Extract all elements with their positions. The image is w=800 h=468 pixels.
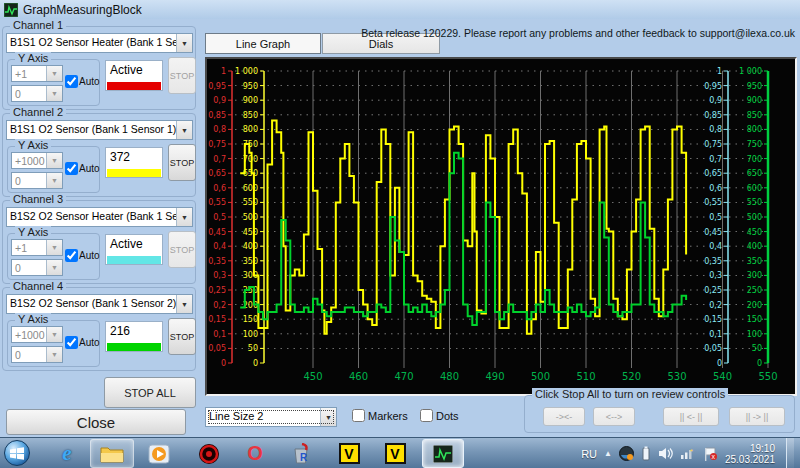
start-button[interactable] [4,440,30,466]
channel-2-ymin-select[interactable]: 0▼ [11,172,63,189]
review-step-back-button[interactable]: || <- || [663,407,719,426]
vcds-icon: V [339,443,360,464]
svg-text:R: R [300,452,308,463]
channel-1-ymax-select[interactable]: +1▼ [11,65,63,82]
line-graph-panel[interactable]: 45046047048049050051052053054055000,050,… [205,57,797,396]
channel-3-ymin-select[interactable]: 0▼ [11,259,63,276]
svg-text:x: x [712,453,716,460]
chevron-down-icon: ▼ [176,121,192,139]
svg-text:900: 900 [243,96,258,105]
svg-text:0,85: 0,85 [704,111,722,120]
review-expand-button[interactable]: <--> [593,407,635,426]
tab-line-graph[interactable]: Line Graph [205,33,321,54]
dots-checkbox[interactable]: Dots [420,409,459,422]
svg-text:900: 900 [747,96,762,105]
channel-3-sensor-select[interactable]: B1S2 O2 Sensor Heater (Bank 1 Sensor 2)▼ [6,207,193,227]
svg-text:1: 1 [221,67,226,76]
channel-4-ymax-select[interactable]: +1000▼ [11,326,63,343]
chevron-down-icon: ▼ [176,295,192,313]
action-center-flag-icon[interactable]: x [703,447,718,461]
svg-text:0: 0 [757,359,762,368]
svg-text:850: 850 [243,111,258,120]
red-ring-icon [198,443,220,465]
chevron-down-icon: ▼ [46,240,62,255]
taskbar-graph-app-active[interactable] [422,439,464,468]
svg-text:400: 400 [243,242,258,251]
svg-text:0,65: 0,65 [208,169,226,178]
channel-4-auto[interactable]: Auto [65,336,100,349]
clock-date: 25.03.2021 [725,454,775,465]
channel-2-ymax-select[interactable]: +1000▼ [11,152,63,169]
svg-text:1 000: 1 000 [235,67,258,76]
tray-expand-icon[interactable]: ▲ [604,449,612,458]
chevron-down-icon: ▼ [46,66,62,81]
show-desktop-button[interactable] [786,438,794,468]
channel-4-ymin-select[interactable]: 0▼ [11,346,63,363]
review-collapse-button[interactable]: -><- [543,407,585,426]
markers-checkbox[interactable]: Markers [352,409,408,422]
taskbar-media-player[interactable] [140,439,178,468]
close-button[interactable]: Close [6,409,186,435]
channel-4-color-strip [107,343,161,351]
svg-text:0,4: 0,4 [709,242,722,251]
folder-icon [100,444,124,463]
channel-1-auto[interactable]: Auto [65,75,100,88]
channel-2-stop-button[interactable]: STOP [168,144,196,181]
taskbar-r-app[interactable]: R [282,439,320,468]
taskbar-windows-explorer[interactable] [90,439,134,468]
network-icon[interactable]: * [680,447,696,460]
svg-text:950: 950 [747,82,762,91]
svg-text:0,3: 0,3 [709,271,722,280]
media-player-icon [148,443,170,465]
channel-4-auto-checkbox[interactable] [65,336,78,349]
channel-2-group: Channel 2 B1S1 O2 Sensor (Bank 1 Sensor … [2,113,196,197]
stop-all-button[interactable]: STOP ALL [104,377,196,408]
taskbar-clock[interactable]: 19:10 25.03.2021 [725,443,775,465]
channel-4-group: Channel 4 B1S2 O2 Sensor (Bank 1 Sensor … [2,287,196,371]
svg-text:250: 250 [747,286,762,295]
svg-text:550: 550 [243,198,258,207]
svg-text:0,9: 0,9 [213,96,226,105]
title-bar: GraphMeasuringBlock [0,0,800,19]
line-graph-chart: 45046047048049050051052053054055000,050,… [207,59,795,394]
svg-text:850: 850 [747,111,762,120]
taskbar-red-app[interactable] [190,439,228,468]
channel-2-auto-checkbox[interactable] [65,162,78,175]
taskbar-vcds-2[interactable]: V [376,439,414,468]
taskbar-vcds-1[interactable]: V [330,439,368,468]
channel-1-ymin-select[interactable]: 0▼ [11,85,63,102]
volume-icon[interactable] [658,447,673,460]
channel-3-ymax-select[interactable]: +1▼ [11,239,63,256]
channel-3-auto[interactable]: Auto [65,249,100,262]
review-controls-group: Click Stop All to turn on review control… [524,395,795,433]
tray-app-icon[interactable] [619,446,634,461]
language-indicator[interactable]: RU [581,448,597,460]
review-step-forward-button[interactable]: || -> || [729,407,785,426]
channel-3-auto-checkbox[interactable] [65,249,78,262]
svg-text:*: * [690,447,693,456]
line-size-select[interactable]: Line Size 2▼ [205,407,337,427]
channel-2-sensor-select[interactable]: B1S1 O2 Sensor (Bank 1 Sensor 1) mV▼ [6,120,193,140]
svg-text:0,25: 0,25 [208,286,226,295]
svg-text:450: 450 [747,228,762,237]
battery-icon[interactable] [641,446,651,461]
channel-2-auto[interactable]: Auto [65,162,100,175]
svg-text:0,4: 0,4 [213,242,226,251]
svg-text:540: 540 [713,371,732,382]
taskbar-opera[interactable]: O [236,439,274,468]
svg-text:350: 350 [243,257,258,266]
svg-text:0,3: 0,3 [213,271,226,280]
svg-text:800: 800 [243,125,258,134]
channel-4-stop-button[interactable]: STOP [168,318,196,355]
svg-text:650: 650 [747,169,762,178]
channel-4-sensor-select[interactable]: B1S2 O2 Sensor (Bank 1 Sensor 2) mV▼ [6,294,193,314]
internet-explorer-icon: e [62,441,71,466]
channel-1-stop-button[interactable]: STOP [168,57,196,94]
opera-icon: O [247,442,263,465]
channel-1-auto-checkbox[interactable] [65,75,78,88]
taskbar-internet-explorer[interactable]: e [48,439,86,468]
svg-text:0,95: 0,95 [208,82,226,91]
chevron-down-icon: ▼ [46,86,62,101]
channel-1-sensor-select[interactable]: B1S1 O2 Sensor Heater (Bank 1 Sensor 1)▼ [6,33,193,53]
channel-3-stop-button[interactable]: STOP [168,231,196,268]
